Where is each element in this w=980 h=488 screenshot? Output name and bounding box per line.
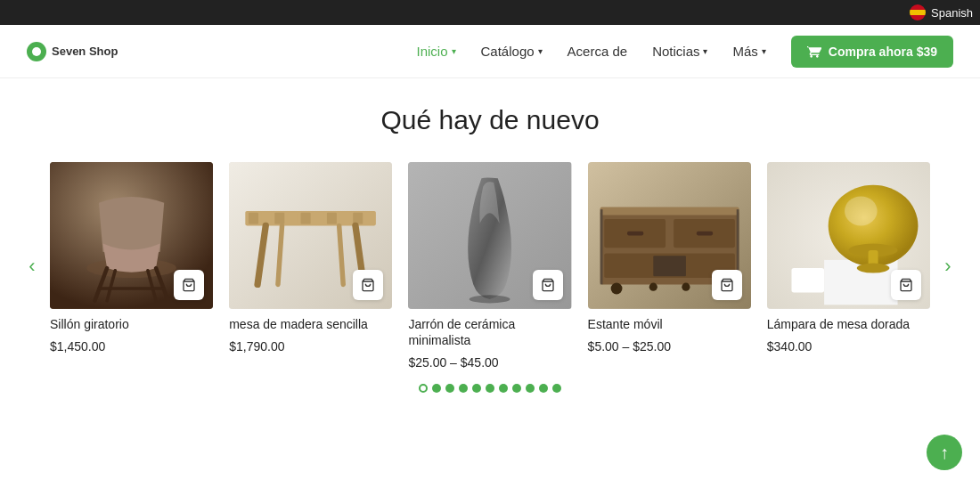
- nav-link-acerca[interactable]: Acerca de: [568, 44, 628, 59]
- svg-rect-30: [600, 207, 739, 215]
- nav-link-noticias[interactable]: Noticias ▾: [652, 44, 707, 59]
- pagination-dot-6[interactable]: [499, 384, 508, 393]
- add-to-cart-button-jarron[interactable]: [533, 270, 563, 300]
- pagination-dots: [18, 384, 962, 393]
- nav-links: Inicio ▾ Catálogo ▾ Acerca de Noticias ▾…: [417, 44, 766, 59]
- nav-item-mas[interactable]: Más ▾: [732, 44, 765, 59]
- svg-rect-20: [353, 213, 363, 224]
- product-name-sillon: Sillón giratorio: [50, 316, 213, 332]
- svg-rect-16: [301, 213, 311, 224]
- product-image-jarron: [408, 162, 571, 309]
- svg-point-38: [649, 283, 657, 291]
- svg-rect-34: [627, 232, 643, 236]
- logo-text: Seven Shop: [52, 45, 118, 58]
- product-name-estante: Estante móvil: [588, 316, 751, 332]
- logo-icon: [27, 42, 46, 61]
- arrow-up-icon: ↑: [940, 443, 949, 463]
- product-price-mesa: $1,790.00: [229, 339, 392, 354]
- main-nav: Seven Shop Inicio ▾ Catálogo ▾ Acerca de…: [0, 25, 980, 78]
- nav-item-noticias[interactable]: Noticias ▾: [652, 44, 707, 59]
- flag-icon: [910, 4, 926, 20]
- svg-rect-12: [249, 213, 258, 224]
- chevron-down-icon: ▾: [703, 46, 707, 56]
- nav-item-catalogo[interactable]: Catálogo ▾: [481, 44, 543, 59]
- logo[interactable]: Seven Shop: [27, 42, 118, 61]
- pagination-dot-7[interactable]: [512, 384, 521, 393]
- product-card-sillon: Sillón giratorio $1,450.00: [50, 162, 213, 370]
- add-to-cart-button-lampara[interactable]: [891, 270, 921, 300]
- svg-rect-15: [288, 213, 298, 224]
- language-label: Spanish: [931, 6, 973, 20]
- svg-rect-35: [696, 232, 712, 236]
- product-image-estante: [588, 162, 751, 309]
- svg-rect-18: [327, 213, 337, 224]
- add-to-cart-button-estante[interactable]: [712, 270, 742, 300]
- chevron-down-icon: ▾: [762, 46, 766, 56]
- pagination-dot-10[interactable]: [552, 384, 561, 393]
- svg-point-0: [32, 47, 41, 56]
- carousel-next-button[interactable]: ›: [934, 252, 962, 281]
- product-name-jarron: Jarrón de cerámica minimalista: [408, 316, 571, 348]
- svg-point-36: [610, 283, 622, 295]
- pagination-dot-2[interactable]: [445, 384, 454, 393]
- language-selector[interactable]: Spanish: [910, 4, 973, 20]
- nav-item-inicio[interactable]: Inicio ▾: [417, 44, 456, 59]
- carousel-prev-button[interactable]: ‹: [18, 252, 46, 281]
- product-price-lampara: $340.00: [767, 339, 930, 354]
- products-wrapper: ‹: [18, 162, 962, 370]
- nav-link-inicio[interactable]: Inicio ▾: [417, 44, 456, 59]
- add-to-cart-button-sillon[interactable]: [174, 270, 204, 300]
- product-price-estante: $5.00 – $25.00: [588, 339, 751, 354]
- language-bar: Spanish: [0, 0, 980, 25]
- scroll-to-top-button[interactable]: ↑: [927, 435, 962, 470]
- product-image-sillon: [50, 162, 213, 309]
- buy-now-button[interactable]: Compra ahora $39: [791, 36, 953, 68]
- svg-rect-42: [653, 256, 686, 276]
- cart-icon: [807, 45, 821, 59]
- product-price-jarron: $25.00 – $45.00: [408, 355, 571, 370]
- nav-link-mas[interactable]: Más ▾: [732, 44, 765, 59]
- pagination-dot-8[interactable]: [526, 384, 535, 393]
- svg-rect-19: [340, 213, 350, 224]
- product-card-mesa: mesa de madera sencilla $1,790.00: [229, 162, 392, 370]
- svg-rect-40: [600, 209, 602, 284]
- svg-rect-45: [791, 268, 824, 292]
- chevron-down-icon: ▾: [452, 46, 456, 56]
- product-card-lampara: Lámpara de mesa dorada $340.00: [767, 162, 930, 370]
- product-image-mesa: [229, 162, 392, 309]
- add-to-cart-button-mesa[interactable]: [353, 270, 383, 300]
- product-name-mesa: mesa de madera sencilla: [229, 316, 392, 332]
- pagination-dot-3[interactable]: [459, 384, 468, 393]
- svg-point-39: [682, 283, 690, 291]
- pagination-dot-9[interactable]: [539, 384, 548, 393]
- svg-point-50: [845, 196, 878, 225]
- pagination-dot-5[interactable]: [486, 384, 494, 393]
- product-image-lampara: [767, 162, 930, 309]
- svg-rect-14: [274, 213, 284, 224]
- svg-rect-17: [314, 213, 323, 224]
- svg-point-49: [857, 264, 890, 273]
- product-price-sillon: $1,450.00: [50, 339, 213, 354]
- pagination-dot-4[interactable]: [472, 384, 481, 393]
- product-card-jarron: Jarrón de cerámica minimalista $25.00 – …: [408, 162, 571, 370]
- products-grid: Sillón giratorio $1,450.00: [50, 162, 930, 370]
- chevron-down-icon: ▾: [538, 46, 543, 56]
- svg-point-27: [470, 295, 510, 303]
- pagination-dot-1[interactable]: [432, 384, 441, 393]
- nav-link-catalogo[interactable]: Catálogo ▾: [481, 44, 543, 59]
- main-content: Qué hay de nuevo ‹: [0, 78, 980, 402]
- product-card-estante: Estante móvil $5.00 – $25.00: [588, 162, 751, 370]
- section-title: Qué hay de nuevo: [18, 105, 962, 135]
- pagination-dot-0[interactable]: [419, 384, 428, 393]
- nav-item-acerca[interactable]: Acerca de: [568, 44, 628, 59]
- product-name-lampara: Lámpara de mesa dorada: [767, 316, 930, 332]
- svg-rect-13: [262, 213, 272, 224]
